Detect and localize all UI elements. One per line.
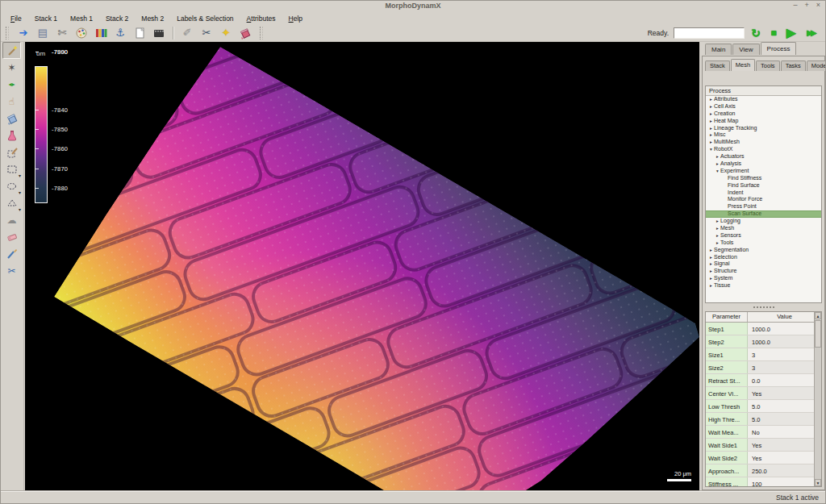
close-button[interactable]: × [816,1,820,9]
tree-item[interactable]: ▸Sensors [706,232,821,240]
tab-tasks[interactable]: Tasks [781,60,806,71]
table-row[interactable]: Wait Side1Yes [706,439,821,452]
tree-item[interactable]: ▸Analysis [706,160,821,168]
lasso-select-tool[interactable]: ▾ [2,177,21,194]
star-select-tool[interactable]: ✶ [2,59,21,76]
command-input[interactable] [674,27,745,39]
tree-item[interactable]: ▸Mesh [706,225,821,232]
tree-item[interactable]: ▸System [706,275,821,282]
magic-wand-icon[interactable]: ✦ [216,25,236,41]
blob-tool[interactable]: ☁ [2,211,21,228]
viewport-3d[interactable]: um -7840 -7850 -7860 -7870 -7880 -7890 -… [25,42,699,491]
tree-item[interactable]: ▸Lineage Tracking [706,125,821,132]
snapshot-icon[interactable]: ▤ [33,25,52,41]
tree-item[interactable]: Press Point [706,203,821,210]
menu-mesh1[interactable]: Mesh 1 [64,13,99,24]
tree-item-scan-surface[interactable]: Scan Surface [706,210,821,218]
tree-item[interactable]: ▸Heat Map [706,118,821,125]
new-document-icon[interactable] [130,25,149,41]
menu-help[interactable]: Help [282,13,309,24]
tab-tools[interactable]: Tools [756,60,780,71]
menu-stack2[interactable]: Stack 2 [99,13,135,24]
tree-item[interactable]: ▸Creation [706,110,821,118]
toolbar-grip-2[interactable] [260,27,263,40]
tree-item[interactable]: ▸Logging [706,218,821,225]
table-row[interactable]: Center Vi...Yes [706,387,821,400]
menu-attributes[interactable]: Attributes [240,13,282,24]
brush-tool[interactable] [2,245,21,262]
swap-arrows-tool[interactable]: ◂▸ [2,76,21,93]
table-row[interactable]: Step11000.0 [706,323,821,335]
minimize-button[interactable]: – [793,1,797,9]
tree-item[interactable]: ▸Attributes [706,96,821,103]
table-row[interactable]: Wait Side2Yes [706,452,821,464]
colormap-icon[interactable] [91,25,111,41]
tree-item[interactable]: ▸Misc [706,131,821,139]
wand-tool[interactable] [2,42,21,59]
tree-item[interactable]: ▸Tools [706,240,821,247]
main-toolbar: ➔ ▤ ✄ ⚓ ✐ ✂ ✦ Ready. ↻ ■ ▶ ▶▶ [1,24,825,42]
table-row[interactable]: High Thre...5.0 [706,413,821,426]
tree-item[interactable]: Indent [706,190,821,197]
table-row[interactable]: Stiffness ...100 [706,477,821,487]
table-scrollbar[interactable]: ▲ ▼ [814,312,821,486]
fill-label-icon[interactable] [236,25,255,41]
rerun-button[interactable]: ↻ [749,27,762,40]
tab-view[interactable]: View [732,44,759,55]
tree-item[interactable]: Find Surface [706,182,821,190]
scrollbar-thumb[interactable] [815,320,821,348]
tab-process[interactable]: Process [761,42,797,55]
tab-model[interactable]: Model [807,60,826,71]
tab-stack[interactable]: Stack [705,60,730,71]
surface-render[interactable] [25,42,699,491]
table-row[interactable]: Step21000.0 [706,335,821,348]
tree-item[interactable]: ▸Structure [706,268,821,275]
fill-bucket-tool[interactable] [2,110,21,127]
flask-tool[interactable] [2,127,21,144]
polygon-select-tool[interactable]: ▾ [2,194,21,211]
menu-labels-selection[interactable]: Labels & Selection [170,13,240,24]
table-row[interactable]: Size23 [706,361,821,374]
eraser-tool[interactable] [2,228,21,245]
tab-mesh[interactable]: Mesh [731,59,755,71]
table-row[interactable]: Size13 [706,348,821,361]
menu-stack1[interactable]: Stack 1 [28,13,64,24]
menu-mesh2[interactable]: Mesh 2 [135,13,170,24]
tree-item[interactable]: ▸Actuators [706,153,821,160]
scissors-tool[interactable]: ✂ [2,262,21,279]
table-row[interactable]: Wait Mea...No [706,426,821,439]
pick-hand-tool[interactable]: ☝ [2,93,21,110]
tree-item[interactable]: Monitor Force [706,196,821,203]
tree-item[interactable]: Find Stiffness [706,175,821,182]
tree-item-experiment[interactable]: ▾Experiment [706,168,821,175]
tree-item[interactable]: ▸MultiMesh [706,139,821,146]
tab-main[interactable]: Main [705,44,732,55]
rect-select-tool[interactable]: ▾ [2,160,21,177]
tree-item-robotx[interactable]: ▾RobotX [706,146,821,153]
clip-icon[interactable]: ✄ [52,25,72,41]
toolbar-grip[interactable] [6,27,9,40]
stop-button[interactable]: ■ [767,27,780,40]
forward-arrow-icon[interactable]: ➔ [14,25,33,41]
panel-splitter[interactable] [705,305,822,310]
table-row[interactable]: Retract St...0.0 [706,374,821,387]
screwdriver-icon[interactable]: ✐ [177,25,197,41]
table-row[interactable]: Low Thresh5.0 [706,400,821,413]
movie-icon[interactable] [149,25,169,41]
cutting-tools-icon[interactable]: ✂ [197,25,216,41]
tree-item[interactable]: ▸Segmentation [706,247,821,254]
tree-item[interactable]: ▸Cell Axis [706,103,821,110]
step-button[interactable]: ▶ [785,27,798,40]
anchor-icon[interactable]: ⚓ [111,25,130,41]
tree-item[interactable]: ▸Selection [706,254,821,261]
scroll-up-icon[interactable]: ▲ [815,312,821,319]
select-wand-tool[interactable] [2,144,21,160]
table-row[interactable]: Approach...250.0 [706,464,821,477]
menu-file[interactable]: File [4,13,28,24]
scroll-down-icon[interactable]: ▼ [815,479,821,486]
palette-icon[interactable] [72,25,91,41]
tree-item[interactable]: ▸Signal [706,260,821,268]
tree-item[interactable]: ▸Tissue [706,282,821,289]
maximize-button[interactable]: + [804,1,808,9]
run-button[interactable]: ▶▶ [803,27,819,40]
